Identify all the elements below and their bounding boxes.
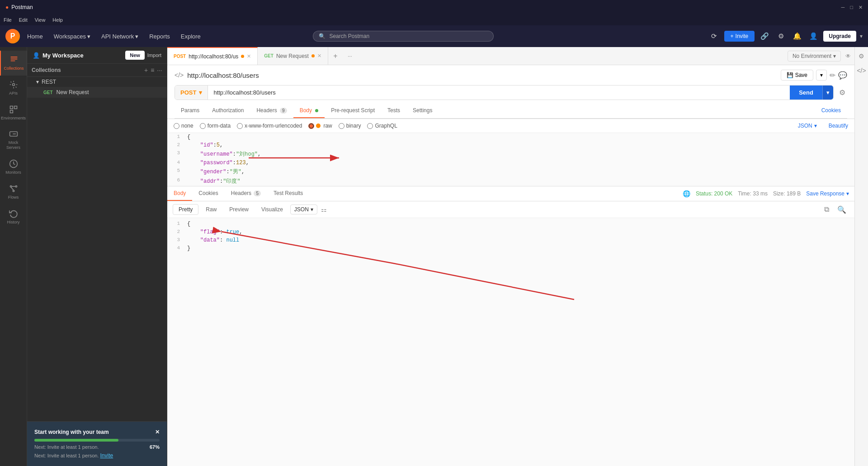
menu-file[interactable]: File — [4, 17, 12, 23]
tab-add-button[interactable]: + — [328, 47, 343, 65]
rsb-settings-icon[interactable]: ⚙ — [856, 51, 867, 62]
tab-close-button[interactable]: ✕ — [247, 53, 251, 59]
invite-button[interactable]: + Invite — [724, 31, 755, 42]
comment-icon[interactable]: 💬 — [838, 71, 847, 80]
settings-gear-icon[interactable]: ⚙ — [837, 86, 847, 99]
radio-raw[interactable]: raw — [308, 123, 332, 129]
resp-filter-icon[interactable]: ⚏ — [321, 206, 327, 213]
resp-tab-cookies[interactable]: Cookies — [192, 186, 224, 201]
resp-copy-icon[interactable]: ⧉ — [821, 204, 832, 215]
resp-tab-test-results[interactable]: Test Results — [267, 186, 309, 201]
menu-help[interactable]: Help — [52, 17, 63, 23]
history-icon — [9, 209, 18, 218]
radio-urlencoded[interactable]: x-www-form-urlencoded — [237, 123, 302, 129]
search-icon: 🔍 — [319, 33, 326, 39]
tab-modified-dot — [241, 55, 244, 58]
env-eye-icon[interactable]: 👁 — [845, 53, 851, 59]
sidebar-item-flows[interactable]: Flows — [0, 180, 27, 204]
tab-post-users[interactable]: POST http://localhost:80/us ✕ — [167, 47, 258, 65]
sidebar-item-mock-servers[interactable]: Mock Servers — [0, 125, 27, 155]
app-title: ● Postman — [5, 4, 33, 10]
save-button[interactable]: 💾 Find and Replace Save — [781, 70, 813, 81]
resp-format-preview[interactable]: Preview — [224, 204, 254, 214]
resp-search-icon[interactable]: 🔍 — [835, 204, 849, 215]
radio-form-data[interactable]: form-data — [200, 123, 231, 129]
upgrade-button[interactable]: Upgrade — [823, 31, 856, 42]
radio-graphql[interactable]: GraphQL — [367, 123, 397, 129]
arrow-annotation-2 — [167, 218, 854, 466]
avatar-icon[interactable]: 👤 — [807, 30, 820, 43]
svg-rect-4 — [10, 106, 13, 109]
filter-icon[interactable]: ≡ — [151, 67, 154, 74]
sidebar-item-apis[interactable]: APIs — [0, 76, 27, 100]
maximize-button[interactable]: □ — [850, 5, 853, 10]
url-input[interactable] — [208, 86, 790, 100]
request-item-new-request[interactable]: GET New Request — [27, 87, 167, 98]
tab-body[interactable]: Body — [293, 104, 325, 118]
menu-view[interactable]: View — [35, 17, 46, 23]
svg-rect-5 — [14, 106, 17, 109]
request-area: </> http://localhost:80/users 💾 Find and… — [167, 65, 854, 119]
nav-home[interactable]: Home — [24, 31, 47, 42]
monitors-icon — [9, 159, 18, 168]
resp-headers-count: 5 — [254, 190, 261, 196]
request-body-editor[interactable]: 1 { 2 "id":5, 3 "username":"刘hog", 4 "pa… — [167, 133, 854, 186]
minimize-button[interactable]: ─ — [841, 5, 845, 10]
svg-rect-0 — [10, 57, 17, 57]
resp-format-raw[interactable]: Raw — [200, 204, 222, 214]
tab-settings[interactable]: Settings — [406, 104, 439, 118]
rsb-code-icon[interactable]: </> — [856, 65, 867, 76]
send-button[interactable]: Send — [790, 86, 822, 100]
settings-icon[interactable]: ⚙ — [774, 30, 787, 43]
sidebar-item-history[interactable]: History — [0, 204, 27, 229]
resp-tab-body[interactable]: Body — [167, 186, 192, 201]
close-button[interactable]: ✕ — [859, 5, 863, 10]
save-chevron-icon[interactable]: ▾ — [816, 70, 827, 81]
menu-edit[interactable]: Edit — [19, 17, 28, 23]
send-dropdown-button[interactable]: ▾ — [822, 86, 833, 100]
env-selector[interactable]: No Environment ▾ — [788, 51, 841, 62]
method-select[interactable]: POST ▾ — [175, 86, 208, 100]
link-icon[interactable]: 🔗 — [758, 30, 771, 43]
tab-pre-request[interactable]: Pre-request Script — [325, 104, 381, 118]
json-format-dropdown[interactable]: JSON ▾ — [798, 123, 817, 129]
api-network-chevron-icon: ▾ — [135, 33, 138, 40]
import-button[interactable]: Import — [147, 52, 161, 58]
tab-more-button[interactable]: ··· — [343, 47, 357, 65]
resp-body-format-dropdown[interactable]: JSON ▾ — [290, 204, 317, 214]
tab-authorization[interactable]: Authorization — [206, 104, 250, 118]
radio-binary[interactable]: binary — [339, 123, 361, 129]
new-button[interactable]: New — [125, 51, 145, 60]
nav-reports[interactable]: Reports — [146, 31, 174, 42]
edit-icon[interactable]: ✏ — [830, 71, 835, 80]
notification-icon[interactable]: 🔔 — [791, 30, 803, 43]
team-banner-close-icon[interactable]: ✕ — [155, 429, 160, 435]
save-response-chevron-icon: ▾ — [846, 190, 849, 197]
search-bar[interactable]: 🔍 Search Postman — [313, 31, 494, 42]
sidebar-item-environments[interactable]: Environments — [0, 100, 27, 125]
add-collection-icon[interactable]: + — [144, 67, 148, 74]
radio-none[interactable]: none — [174, 123, 193, 129]
tab-tests[interactable]: Tests — [381, 104, 406, 118]
nav-api-network[interactable]: API Network ▾ — [98, 31, 142, 42]
tab-params[interactable]: Params — [175, 104, 206, 118]
tab-close-button-2[interactable]: ✕ — [317, 53, 321, 59]
nav-workspaces[interactable]: Workspaces ▾ — [50, 31, 94, 42]
more-options-icon[interactable]: ··· — [157, 67, 162, 74]
tab-get-new[interactable]: GET New Request ✕ — [258, 47, 328, 65]
nav-explore[interactable]: Explore — [177, 31, 204, 42]
sidebar-item-monitors[interactable]: Monitors — [0, 155, 27, 180]
save-response-button[interactable]: Save Response ▾ — [806, 190, 849, 197]
beautify-button[interactable]: Beautify — [829, 123, 848, 129]
request-url-title: http://localhost:80/users — [187, 71, 259, 79]
resp-format-visualize[interactable]: Visualize — [256, 204, 288, 214]
sync-icon[interactable]: ⟳ — [708, 30, 721, 43]
sidebar-item-collections[interactable]: Collections — [0, 51, 27, 76]
tab-headers[interactable]: Headers 9 — [250, 104, 293, 118]
invite-link[interactable]: Invite — [100, 452, 113, 459]
invite-note: Next: Invite at least 1 person. — [34, 453, 100, 458]
collection-rest[interactable]: ▾ REST — [27, 77, 167, 87]
resp-tab-headers[interactable]: Headers 5 — [225, 186, 267, 201]
cookies-link[interactable]: Cookies — [815, 104, 847, 118]
resp-format-pretty[interactable]: Pretty — [173, 204, 198, 215]
